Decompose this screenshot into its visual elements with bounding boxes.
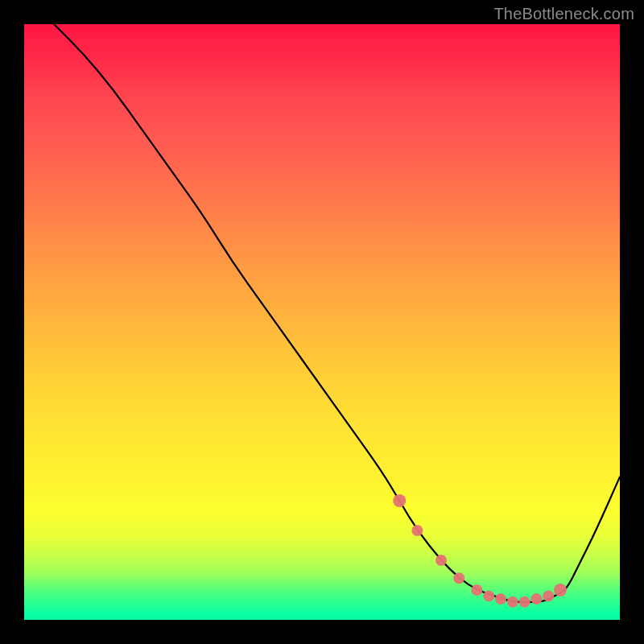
highlight-marker <box>530 593 542 605</box>
highlight-marker <box>436 555 447 566</box>
curve-layer <box>24 24 620 620</box>
highlight-marker <box>471 584 482 596</box>
highlight-marker <box>519 597 530 608</box>
highlight-marker <box>554 584 567 597</box>
chart-frame: TheBottleneck.com <box>0 0 644 644</box>
marker-group <box>393 494 567 608</box>
highlight-marker <box>411 525 423 536</box>
highlight-marker <box>483 590 494 601</box>
highlight-marker <box>507 597 518 608</box>
highlight-marker <box>543 590 554 601</box>
bottleneck-curve <box>54 24 620 602</box>
highlight-marker <box>393 494 406 507</box>
highlight-marker <box>495 593 506 605</box>
watermark-label: TheBottleneck.com <box>493 5 634 23</box>
highlight-marker <box>453 572 464 584</box>
plot-area <box>24 24 620 620</box>
